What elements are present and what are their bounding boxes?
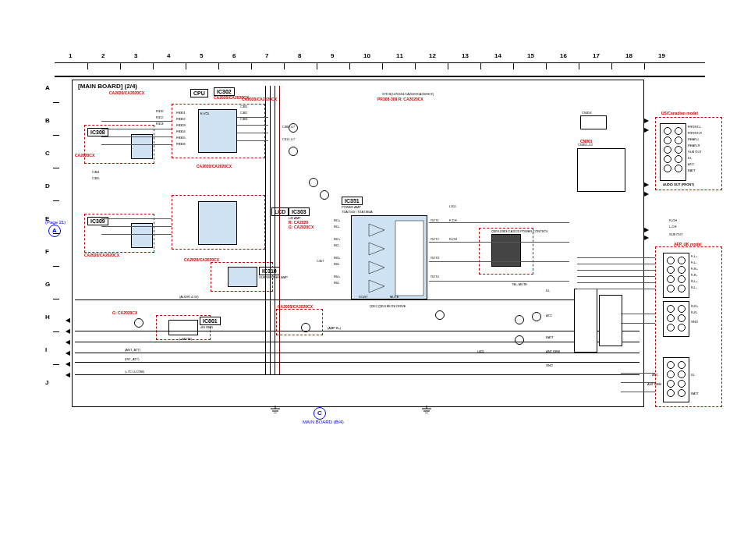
cn353-box [580,115,607,129]
out-arrow-3: ▶ [644,181,649,188]
page-ref-text: (Page 21) [45,220,66,225]
page-ref-c: C [314,407,326,420]
fb305: FB305 [176,136,186,140]
aep-conn-2 [663,301,689,337]
row-ruler: A B C D E F G H I J [45,75,56,420]
ic308-body [131,134,153,159]
ic801-desc: +8V REG [200,325,213,329]
sub-out: SUB OUT [669,232,683,236]
aep-title: AEP, UK model [674,242,702,246]
row-c: C [45,150,50,157]
c305: C305 [92,176,100,180]
sheet-title: [MAIN BOARD] (2/4) [78,83,137,90]
gnd-lbl: GND [546,363,553,367]
q803 [532,312,541,321]
cn803-outer [599,295,622,346]
cn351-block: CN351-1/2 [577,148,625,192]
audio-out-front: AUDIO OUT (FRONT) [663,183,694,186]
ic351-body [351,215,427,299]
ic351-part: TDA7560 / TDA7384A [342,210,373,214]
ic302b-body [198,201,237,245]
aep-conn-3 [663,357,689,402]
col-8: 8 [298,52,301,59]
ground-icon [270,406,281,413]
bottom-note: MAIN BOARD (B/4) [303,420,344,424]
ic351-desc: POWER AMP [342,205,361,209]
out-arrow-4: ▶ [644,190,649,197]
column-ruler: 1 2 3 4 5 6 7 8 9 10 11 12 13 14 15 16 1… [55,62,705,77]
mute-drive-note: Q352,Q353 MUTE DRIVE [370,304,406,308]
ic310-desc: SUB WOOFER AMP [259,275,288,279]
col-3: 3 [134,52,137,59]
std-note: STD:8(1470494:CA2020/CA2020CX) [382,92,434,96]
schematic-root: 1 2 3 4 5 6 7 8 9 10 11 12 13 14 15 16 1… [0,0,744,560]
col-2: 2 [101,52,105,59]
ill-lbl: ILL [546,289,551,292]
svg-marker-3 [369,280,384,292]
ic351-internals [352,216,428,300]
bus-ampbplus [75,331,639,331]
col-19: 19 [658,52,665,59]
out-arrow-2: ▶ [644,126,649,133]
col-11: 11 [396,52,403,59]
fb301: FB301 [176,111,186,115]
batt-lbl: BATT [546,335,554,339]
ground-icon [421,406,432,413]
ic308-ann: CA2020CX [75,153,94,158]
tel-mute: TEL-MUTE [512,282,527,286]
row-a: A [45,84,50,91]
bus-ucom [75,374,639,375]
col-17: 17 [593,52,600,59]
col-6: 6 [232,52,236,59]
psu-note: PR308-309 R: CA2020CX [377,97,423,101]
row-j: J [45,379,48,386]
col-10: 10 [363,52,370,59]
bus-mute [75,342,639,342]
col-5: 5 [200,52,203,59]
bus-intatt [75,362,639,363]
q305 [320,190,329,200]
acc-lbl: ACC [546,314,552,317]
c304: C304 [92,170,100,174]
ic303-label: IC303 [289,207,310,216]
row-i: I [45,346,47,353]
cn802: CN801 [580,139,593,144]
row-h: H [45,314,50,321]
q801 [515,315,524,324]
svg-marker-2 [369,261,384,274]
cn803 [574,289,597,353]
page-ref-a: A [48,225,61,237]
col-13: 13 [462,52,469,59]
col-14: 14 [494,52,501,59]
col-12: 12 [429,52,436,59]
row-g: G [45,281,50,288]
ic302-body: E.VOL [198,109,237,153]
col-4: 4 [167,52,170,59]
col-9: 9 [331,52,334,59]
aep-conn-1 [663,253,689,298]
row-b: B [45,117,50,124]
col-16: 16 [560,52,567,59]
fb306: FB306 [176,142,186,146]
row-d: D [45,183,50,190]
col-1: 1 [69,52,72,59]
out-arrow-1: ▶ [644,117,649,124]
ic351-label: IC351 [342,197,363,205]
q304 [309,178,318,187]
col-18: 18 [625,52,632,59]
col-7: 7 [265,52,268,59]
q352 [435,310,445,320]
fb302: FB302 [176,117,186,121]
ic801-body [168,320,198,335]
bus-audio45v [75,299,574,300]
svg-rect-4 [395,221,423,296]
ic801-label: IC801 [200,317,221,325]
col-15: 15 [527,52,534,59]
cpu-label: CPU [190,89,208,97]
svg-marker-0 [369,224,384,236]
us-conn [660,123,686,181]
ic309-ann: CA2020/CA2020CX [84,253,119,257]
q302 [289,147,298,156]
out-arrow-6: ▶ [644,234,649,241]
svg-marker-1 [369,243,384,255]
